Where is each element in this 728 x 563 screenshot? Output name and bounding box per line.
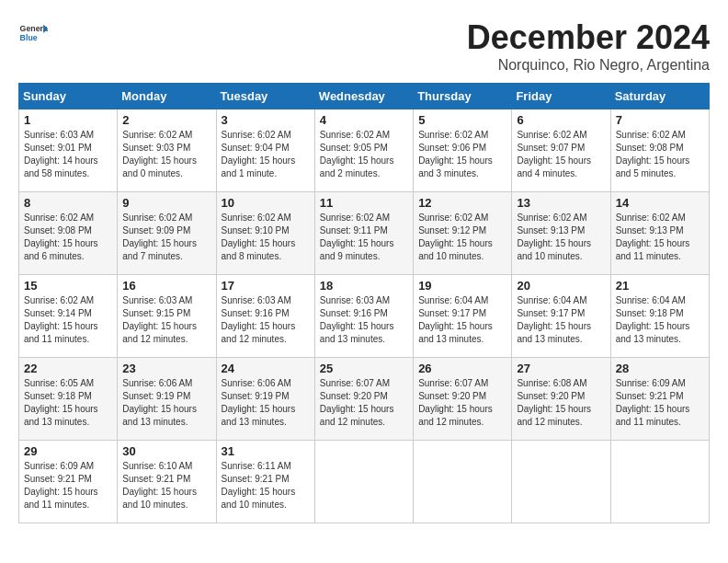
- calendar-cell: 9Sunrise: 6:02 AM Sunset: 9:09 PM Daylig…: [118, 192, 216, 275]
- day-number: 10: [222, 196, 310, 210]
- header-friday: Friday: [512, 84, 610, 109]
- day-info: Sunrise: 6:02 AM Sunset: 9:12 PM Dayligh…: [418, 212, 506, 263]
- header-wednesday: Wednesday: [314, 84, 413, 109]
- day-number: 11: [320, 196, 408, 210]
- calendar-cell: 10Sunrise: 6:02 AM Sunset: 9:10 PM Dayli…: [216, 192, 314, 275]
- calendar-cell: 15Sunrise: 6:02 AM Sunset: 9:14 PM Dayli…: [19, 275, 118, 358]
- day-number: 3: [222, 113, 310, 127]
- day-info: Sunrise: 6:09 AM Sunset: 9:21 PM Dayligh…: [24, 460, 112, 511]
- day-number: 19: [418, 279, 506, 293]
- day-number: 18: [320, 279, 408, 293]
- day-info: Sunrise: 6:04 AM Sunset: 9:17 PM Dayligh…: [418, 294, 506, 346]
- calendar-cell: 13Sunrise: 6:02 AM Sunset: 9:13 PM Dayli…: [512, 192, 610, 275]
- day-info: Sunrise: 6:09 AM Sunset: 9:21 PM Dayligh…: [616, 377, 704, 429]
- header-thursday: Thursday: [414, 84, 512, 109]
- calendar-cell: 4Sunrise: 6:02 AM Sunset: 9:05 PM Daylig…: [314, 109, 413, 192]
- calendar-cell: 21Sunrise: 6:04 AM Sunset: 9:18 PM Dayli…: [610, 275, 709, 358]
- calendar-cell: 24Sunrise: 6:06 AM Sunset: 9:19 PM Dayli…: [216, 358, 314, 441]
- day-info: Sunrise: 6:02 AM Sunset: 9:13 PM Dayligh…: [517, 212, 605, 263]
- day-info: Sunrise: 6:07 AM Sunset: 9:20 PM Dayligh…: [320, 377, 408, 429]
- day-number: 26: [418, 362, 506, 375]
- day-number: 5: [418, 113, 506, 127]
- month-title: December 2024: [467, 18, 710, 57]
- day-info: Sunrise: 6:02 AM Sunset: 9:08 PM Dayligh…: [24, 212, 112, 263]
- day-number: 9: [122, 196, 210, 210]
- calendar-cell: 30Sunrise: 6:10 AM Sunset: 9:21 PM Dayli…: [118, 441, 216, 523]
- calendar-cell: 14Sunrise: 6:02 AM Sunset: 9:13 PM Dayli…: [610, 192, 709, 275]
- day-info: Sunrise: 6:06 AM Sunset: 9:19 PM Dayligh…: [122, 377, 210, 429]
- day-info: Sunrise: 6:03 AM Sunset: 9:16 PM Dayligh…: [320, 294, 408, 346]
- day-info: Sunrise: 6:02 AM Sunset: 9:04 PM Dayligh…: [222, 129, 310, 180]
- day-info: Sunrise: 6:08 AM Sunset: 9:20 PM Dayligh…: [517, 377, 605, 429]
- calendar-cell: [610, 441, 709, 523]
- week-row-4: 22Sunrise: 6:05 AM Sunset: 9:18 PM Dayli…: [19, 358, 710, 441]
- day-info: Sunrise: 6:11 AM Sunset: 9:21 PM Dayligh…: [222, 460, 310, 511]
- day-number: 21: [616, 279, 704, 293]
- day-info: Sunrise: 6:03 AM Sunset: 9:16 PM Dayligh…: [222, 294, 310, 346]
- day-number: 7: [616, 113, 704, 127]
- logo-icon: General Blue: [18, 18, 48, 48]
- day-info: Sunrise: 6:02 AM Sunset: 9:14 PM Dayligh…: [24, 294, 112, 346]
- day-info: Sunrise: 6:02 AM Sunset: 9:06 PM Dayligh…: [418, 129, 506, 180]
- header-row: SundayMondayTuesdayWednesdayThursdayFrid…: [19, 84, 710, 109]
- calendar-cell: 28Sunrise: 6:09 AM Sunset: 9:21 PM Dayli…: [610, 358, 709, 441]
- day-info: Sunrise: 6:02 AM Sunset: 9:11 PM Dayligh…: [320, 212, 408, 263]
- day-number: 14: [616, 196, 704, 210]
- day-info: Sunrise: 6:03 AM Sunset: 9:01 PM Dayligh…: [24, 129, 112, 180]
- day-info: Sunrise: 6:10 AM Sunset: 9:21 PM Dayligh…: [122, 460, 210, 511]
- calendar-cell: 1Sunrise: 6:03 AM Sunset: 9:01 PM Daylig…: [19, 109, 118, 192]
- day-info: Sunrise: 6:02 AM Sunset: 9:08 PM Dayligh…: [616, 129, 704, 180]
- day-info: Sunrise: 6:05 AM Sunset: 9:18 PM Dayligh…: [24, 377, 112, 429]
- day-number: 23: [122, 362, 210, 375]
- day-info: Sunrise: 6:03 AM Sunset: 9:15 PM Dayligh…: [122, 294, 210, 346]
- week-row-1: 1Sunrise: 6:03 AM Sunset: 9:01 PM Daylig…: [19, 109, 710, 192]
- calendar-cell: [414, 441, 512, 523]
- day-info: Sunrise: 6:07 AM Sunset: 9:20 PM Dayligh…: [418, 377, 506, 429]
- calendar-cell: 23Sunrise: 6:06 AM Sunset: 9:19 PM Dayli…: [118, 358, 216, 441]
- day-number: 13: [517, 196, 605, 210]
- calendar-cell: 11Sunrise: 6:02 AM Sunset: 9:11 PM Dayli…: [314, 192, 413, 275]
- day-number: 16: [122, 279, 210, 293]
- location-subtitle: Norquinco, Rio Negro, Argentina: [467, 57, 710, 74]
- calendar-cell: 17Sunrise: 6:03 AM Sunset: 9:16 PM Dayli…: [216, 275, 314, 358]
- day-info: Sunrise: 6:02 AM Sunset: 9:07 PM Dayligh…: [517, 129, 605, 180]
- header-saturday: Saturday: [610, 84, 709, 109]
- day-number: 12: [418, 196, 506, 210]
- calendar-cell: [314, 441, 413, 523]
- day-info: Sunrise: 6:02 AM Sunset: 9:10 PM Dayligh…: [222, 212, 310, 263]
- calendar-cell: 19Sunrise: 6:04 AM Sunset: 9:17 PM Dayli…: [414, 275, 512, 358]
- day-number: 4: [320, 113, 408, 127]
- day-number: 20: [517, 279, 605, 293]
- day-number: 6: [517, 113, 605, 127]
- calendar-cell: 20Sunrise: 6:04 AM Sunset: 9:17 PM Dayli…: [512, 275, 610, 358]
- day-info: Sunrise: 6:02 AM Sunset: 9:13 PM Dayligh…: [616, 212, 704, 263]
- calendar-table: SundayMondayTuesdayWednesdayThursdayFrid…: [18, 83, 710, 523]
- day-number: 24: [222, 362, 310, 375]
- calendar-cell: 3Sunrise: 6:02 AM Sunset: 9:04 PM Daylig…: [216, 109, 314, 192]
- title-block: December 2024 Norquinco, Rio Negro, Arge…: [467, 18, 710, 74]
- header-monday: Monday: [118, 84, 216, 109]
- day-number: 25: [320, 362, 408, 375]
- calendar-cell: 12Sunrise: 6:02 AM Sunset: 9:12 PM Dayli…: [414, 192, 512, 275]
- day-number: 1: [24, 113, 112, 127]
- day-info: Sunrise: 6:02 AM Sunset: 9:09 PM Dayligh…: [122, 212, 210, 263]
- calendar-cell: 8Sunrise: 6:02 AM Sunset: 9:08 PM Daylig…: [19, 192, 118, 275]
- calendar-cell: 26Sunrise: 6:07 AM Sunset: 9:20 PM Dayli…: [414, 358, 512, 441]
- calendar-cell: 2Sunrise: 6:02 AM Sunset: 9:03 PM Daylig…: [118, 109, 216, 192]
- calendar-cell: 7Sunrise: 6:02 AM Sunset: 9:08 PM Daylig…: [610, 109, 709, 192]
- day-number: 17: [222, 279, 310, 293]
- calendar-cell: 18Sunrise: 6:03 AM Sunset: 9:16 PM Dayli…: [314, 275, 413, 358]
- page-header: General Blue December 2024 Norquinco, Ri…: [18, 18, 710, 74]
- week-row-3: 15Sunrise: 6:02 AM Sunset: 9:14 PM Dayli…: [19, 275, 710, 358]
- day-info: Sunrise: 6:06 AM Sunset: 9:19 PM Dayligh…: [222, 377, 310, 429]
- day-number: 27: [517, 362, 605, 375]
- calendar-cell: 31Sunrise: 6:11 AM Sunset: 9:21 PM Dayli…: [216, 441, 314, 523]
- calendar-cell: 29Sunrise: 6:09 AM Sunset: 9:21 PM Dayli…: [19, 441, 118, 523]
- header-sunday: Sunday: [19, 84, 118, 109]
- calendar-cell: 25Sunrise: 6:07 AM Sunset: 9:20 PM Dayli…: [314, 358, 413, 441]
- day-number: 15: [24, 279, 112, 293]
- day-number: 8: [24, 196, 112, 210]
- day-number: 2: [122, 113, 210, 127]
- logo: General Blue: [18, 18, 48, 48]
- week-row-5: 29Sunrise: 6:09 AM Sunset: 9:21 PM Dayli…: [19, 441, 710, 523]
